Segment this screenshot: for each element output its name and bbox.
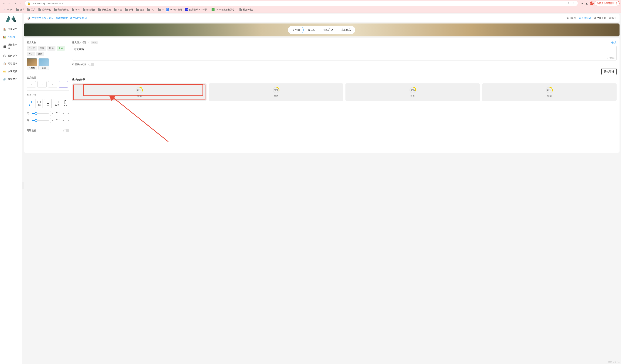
plus-icon[interactable]: + xyxy=(61,111,65,116)
progress-text: 32% xyxy=(274,89,278,91)
count-btn-4[interactable]: 4 xyxy=(59,81,68,87)
style-tag-二次元[interactable]: 二次元 xyxy=(27,46,37,51)
sidebar-item-0[interactable]: 🏠快速问答 xyxy=(0,25,22,33)
gen-card-label: 绘图 xyxy=(274,95,278,98)
style-card-插画[interactable]: 插画 xyxy=(38,58,49,70)
ratio-btn-16:9[interactable]: 16:9 xyxy=(53,99,60,108)
card-icon: 💳 xyxy=(3,70,6,73)
folder-icon xyxy=(71,8,74,11)
style-tag-建筑[interactable]: 建筑 xyxy=(36,52,44,56)
list-icon: 📋 xyxy=(3,62,6,65)
width-slider[interactable] xyxy=(32,113,49,114)
tab-美图广场[interactable]: 美图广场 xyxy=(320,27,337,33)
app: 🏠快速问答🖼️AI绘画🎬视频去水印💬我的提问📋问答流水💳快速充值🔗分销中心 ‹ … xyxy=(0,13,621,364)
bookmark-label: 技术 xyxy=(20,8,24,11)
bookmark-JSON在线解析及格...[interactable]: JSJSON在线解析及格... xyxy=(212,8,236,11)
ratio-btn-4:3[interactable]: 4:3 xyxy=(35,99,43,108)
style-tag-卡通[interactable]: 卡通 xyxy=(57,46,65,51)
theme-dropdown[interactable]: 背影 ▾ xyxy=(609,17,616,20)
folder-icon xyxy=(158,8,161,11)
bookmark-工具[interactable]: 工具 xyxy=(27,8,35,11)
bookmark-Google[interactable]: GGoogle xyxy=(2,8,13,11)
sidebar-collapse-handle[interactable]: ‹ xyxy=(22,182,24,190)
gen-title: 生成的图像 xyxy=(72,78,617,81)
extensions-icon[interactable]: ✦ xyxy=(580,1,584,5)
width-stepper[interactable]: − 512 + xyxy=(50,111,65,116)
bookmark-游戏开发[interactable]: 游戏开发 xyxy=(38,8,51,11)
minus-icon[interactable]: − xyxy=(50,111,54,116)
update-button[interactable]: 重新启动即可更新⋮ xyxy=(595,1,620,6)
folder-icon xyxy=(239,8,242,11)
prompt-value: 可爱的狗 xyxy=(74,48,84,51)
height-stepper[interactable]: − 512 + xyxy=(50,118,65,123)
back-button[interactable]: ← xyxy=(1,1,6,6)
profile-avatar[interactable]: 炎平 xyxy=(590,1,594,5)
bookmark-编程语言[interactable]: 编程语言 xyxy=(83,8,95,11)
download-link[interactable]: 客户端下载 xyxy=(594,17,606,20)
bookmark-项目[interactable]: 项目 xyxy=(136,8,144,11)
count-btn-1[interactable]: 1 xyxy=(27,81,36,87)
bookmark-百度翻译-200种语...[interactable]: 译百度翻译-200种语... xyxy=(185,8,209,11)
home-button[interactable]: ⌂ xyxy=(18,1,23,6)
checkin-link[interactable]: 每日签到 xyxy=(567,17,576,20)
sidebar-item-1[interactable]: 🖼️AI绘画 xyxy=(0,33,22,41)
start-button[interactable]: 开始绘制 xyxy=(601,68,617,75)
prompt-input[interactable]: 可爱的狗 4 / 1500 xyxy=(72,46,617,60)
count-btn-2[interactable]: 2 xyxy=(37,81,47,87)
advanced-label: 高级设置 xyxy=(27,129,36,132)
forward-button[interactable]: → xyxy=(7,1,12,6)
share-icon[interactable]: ⇧ xyxy=(567,1,570,5)
star-icon[interactable]: ☆ xyxy=(572,1,575,5)
tab-pills: 文生图图生图美图广场我的作品 xyxy=(288,26,355,34)
height-value: 512 xyxy=(54,118,61,123)
tab-文生图[interactable]: 文生图 xyxy=(289,27,304,33)
neg-toggle[interactable] xyxy=(88,63,94,66)
translate-icon: 文A xyxy=(166,8,169,11)
bookmark-安全与规范[interactable]: 安全与规范 xyxy=(54,8,69,11)
sidebar: 🏠快速问答🖼️AI绘画🎬视频去水印💬我的提问📋问答流水💳快速充值🔗分销中心 xyxy=(0,13,22,364)
progress-text: 32% xyxy=(137,89,141,91)
ratio-btn-3:4[interactable]: 3:4 xyxy=(44,99,52,108)
tab-我的作品[interactable]: 我的作品 xyxy=(338,27,355,33)
style-card-label: 3D角色 xyxy=(27,66,37,70)
style-card-3D角色[interactable]: 3D角色 xyxy=(27,58,37,70)
bookmark-Google 翻译[interactable]: 文AGoogle 翻译 xyxy=(166,8,182,11)
ratio-btn-1:1[interactable]: 1:1 xyxy=(27,99,34,108)
bookmark-技术[interactable]: 技术 xyxy=(16,8,24,11)
bookmark-算法[interactable]: 算法 xyxy=(114,8,122,11)
activate-link[interactable]: 输入激活码 xyxy=(579,17,591,20)
height-slider[interactable] xyxy=(32,120,49,121)
minus-icon[interactable]: − xyxy=(50,118,54,123)
sidebar-item-5[interactable]: 💳快速充值 xyxy=(0,68,22,75)
sidebar-item-2[interactable]: 🎬视频去水印 xyxy=(0,41,22,52)
reload-button[interactable]: ⟳ xyxy=(13,1,17,6)
ratio-btn-9:16[interactable]: 9:16 xyxy=(62,99,69,108)
style-tag-国风[interactable]: 国风 xyxy=(47,46,55,51)
count-btn-3[interactable]: 3 xyxy=(48,81,57,87)
sidebar-item-4[interactable]: 📋问答流水 xyxy=(0,60,22,68)
divider xyxy=(27,126,69,126)
watermark: CSDN @穆子涵 xyxy=(608,361,620,363)
plus-icon[interactable]: + xyxy=(61,118,65,123)
bookmark-学习[interactable]: 学习 xyxy=(71,8,80,11)
bookmark-公司[interactable]: 公司 xyxy=(125,8,133,11)
ratio-label: 3:4 xyxy=(46,104,49,106)
sidebar-item-6[interactable]: 🔗分销中心 xyxy=(0,75,22,83)
svg-line-1 xyxy=(113,97,168,142)
bookmark-ai[interactable]: ai xyxy=(158,8,163,11)
style-tag-设计[interactable]: 设计 xyxy=(27,52,35,56)
panel-icon[interactable]: ◧ xyxy=(585,1,589,5)
chat-icon: 💬 xyxy=(3,54,6,57)
sidebar-item-3[interactable]: 💬我的提问 xyxy=(0,52,22,60)
tab-图生图[interactable]: 图生图 xyxy=(304,27,319,33)
bookmark-视频+博文[interactable]: 视频+博文 xyxy=(239,8,253,11)
bookmark-label: 编程语言 xyxy=(86,8,95,11)
bookmark-操作系统[interactable]: 操作系统 xyxy=(98,8,111,11)
style-tag-写实[interactable]: 写实 xyxy=(38,46,46,51)
expand-link[interactable]: ⟳ 拓展 xyxy=(610,41,617,44)
mode-toggle[interactable]: 传统 xyxy=(88,41,98,44)
bookmark-个人[interactable]: 个人 xyxy=(147,8,155,11)
url-bar[interactable]: 🔒 pcai.wailikeji.com/home/paint ⇧ ☆ xyxy=(25,1,578,6)
advanced-toggle[interactable] xyxy=(63,129,69,132)
gen-card-1: 32%绘图 xyxy=(209,83,343,101)
